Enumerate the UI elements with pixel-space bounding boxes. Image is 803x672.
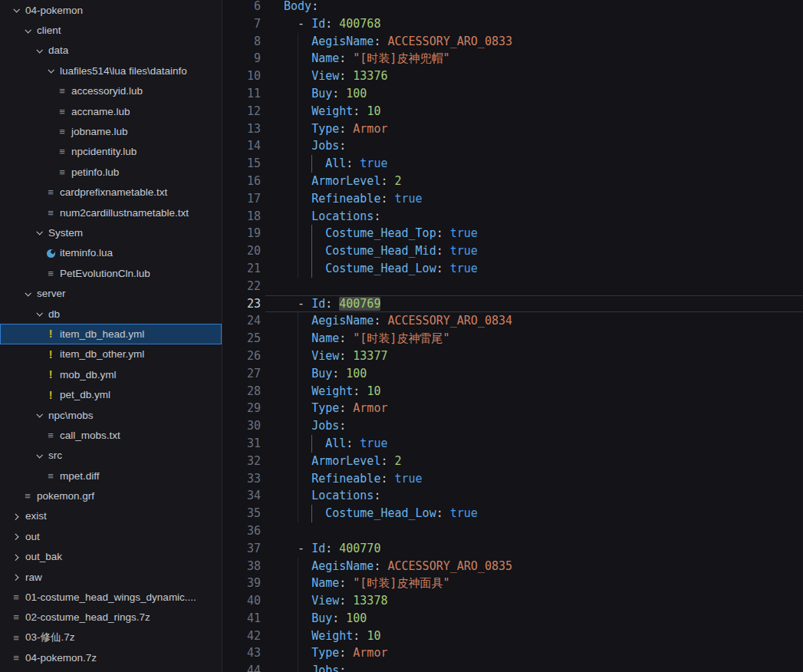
tree-item[interactable]: ≡petinfo.lub — [0, 162, 222, 182]
line-number[interactable]: 40 — [222, 592, 284, 610]
tree-item[interactable]: data — [0, 41, 222, 61]
tree-item[interactable]: ≡call_mobs.txt — [0, 425, 222, 445]
code-line[interactable]: 20 Costume_Head_Mid: true — [222, 242, 803, 260]
tree-item[interactable]: !item_db_other.yml — [0, 344, 222, 364]
code-line[interactable]: 18 Locations: — [222, 208, 803, 226]
line-number[interactable]: 20 — [222, 242, 284, 260]
line-number[interactable]: 17 — [222, 190, 284, 208]
tree-item[interactable]: ≡mpet.diff — [0, 466, 222, 486]
code-line[interactable]: 22 — [222, 278, 803, 295]
tree-item[interactable]: ≡accname.lub — [0, 101, 222, 121]
code-line[interactable]: 32 ArmorLevel: 2 — [222, 453, 803, 470]
line-number[interactable]: 27 — [222, 365, 284, 383]
line-number[interactable]: 34 — [222, 487, 284, 505]
tree-item[interactable]: luafiles514\lua files\datainfo — [0, 61, 222, 81]
code-line[interactable]: 9 Name: "[时装]皮神兜帽" — [222, 50, 803, 68]
code-line[interactable]: 12 Weight: 10 — [222, 103, 803, 120]
code-line[interactable]: 10 View: 13376 — [222, 68, 803, 85]
line-number[interactable]: 35 — [222, 505, 284, 522]
code-line[interactable]: 31 All: true — [222, 435, 803, 453]
tree-item[interactable]: out — [0, 526, 222, 546]
tree-item[interactable]: !pet_db.yml — [0, 384, 222, 404]
line-number[interactable]: 36 — [222, 522, 284, 540]
line-number[interactable]: 12 — [222, 103, 284, 120]
code-line[interactable]: 36 — [222, 522, 803, 540]
tree-item[interactable]: npc\mobs — [0, 405, 222, 425]
line-number[interactable]: 23 — [222, 295, 284, 313]
code-line[interactable]: 11 Buy: 100 — [222, 85, 803, 103]
line-number[interactable]: 18 — [222, 208, 284, 226]
line-number[interactable]: 25 — [222, 330, 284, 348]
tree-item[interactable]: client — [0, 20, 222, 40]
code-line[interactable]: 39 Name: "[时装]皮神面具" — [222, 575, 803, 592]
code-line[interactable]: 16 ArmorLevel: 2 — [222, 173, 803, 190]
code-line[interactable]: 19 Costume_Head_Top: true — [222, 225, 803, 242]
line-number[interactable]: 16 — [222, 173, 284, 190]
line-number[interactable]: 37 — [222, 540, 284, 558]
tree-item[interactable]: !mob_db.yml — [0, 364, 222, 384]
line-number[interactable]: 9 — [222, 50, 284, 68]
line-number[interactable]: 10 — [222, 68, 284, 85]
code-line[interactable]: 26 View: 13377 — [222, 348, 803, 365]
code-line[interactable]: 6Body: — [222, 0, 803, 15]
code-line[interactable]: 42 Weight: 10 — [222, 628, 803, 645]
code-line[interactable]: 29 Type: Armor — [222, 400, 803, 417]
tree-item[interactable]: ≡npcidentity.lub — [0, 142, 222, 162]
line-number[interactable]: 24 — [222, 312, 284, 330]
tree-item[interactable]: ≡jobname.lub — [0, 121, 222, 141]
code-line[interactable]: 8 AegisName: ACCESSORY_ARO_0833 — [222, 33, 803, 51]
code-line[interactable]: 38 AegisName: ACCESSORY_ARO_0835 — [222, 558, 803, 575]
code-line[interactable]: 28 Weight: 10 — [222, 383, 803, 400]
line-number[interactable]: 7 — [222, 15, 284, 33]
line-number[interactable]: 41 — [222, 610, 284, 628]
code-line[interactable]: 35 Costume_Head_Low: true — [222, 505, 803, 522]
line-number[interactable]: 38 — [222, 558, 284, 575]
tree-item[interactable]: ≡04-pokemon.7z — [0, 648, 222, 668]
code-line[interactable]: 33 Refineable: true — [222, 470, 803, 488]
code-line[interactable]: 24 AegisName: ACCESSORY_ARO_0834 — [222, 312, 803, 330]
tree-item[interactable]: db — [0, 304, 222, 324]
line-number[interactable]: 32 — [222, 453, 284, 470]
line-number[interactable]: 42 — [222, 628, 284, 645]
line-number[interactable]: 13 — [222, 120, 284, 138]
code-line[interactable]: 13 Type: Armor — [222, 120, 803, 138]
tree-item[interactable]: raw — [0, 567, 222, 587]
tree-item[interactable]: src — [0, 446, 222, 466]
line-number[interactable]: 11 — [222, 85, 284, 103]
line-number[interactable]: 43 — [222, 644, 284, 662]
line-number[interactable]: 31 — [222, 435, 284, 453]
line-number[interactable]: 8 — [222, 33, 284, 51]
code-line[interactable]: 41 Buy: 100 — [222, 610, 803, 628]
code-line[interactable]: 7 - Id: 400768 — [222, 15, 803, 33]
tree-item[interactable]: ≡cardprefixnametable.txt — [0, 183, 222, 203]
code-line[interactable]: 21 Costume_Head_Low: true — [222, 260, 803, 278]
code-line[interactable]: 40 View: 13378 — [222, 592, 803, 610]
line-number[interactable]: 33 — [222, 470, 284, 488]
code-line[interactable]: 43 Type: Armor — [222, 644, 803, 662]
tree-item[interactable]: iteminfo.lua — [0, 243, 222, 263]
code-line[interactable]: 17 Refineable: true — [222, 190, 803, 208]
line-number[interactable]: 21 — [222, 260, 284, 278]
line-number[interactable]: 19 — [222, 225, 284, 242]
tree-item[interactable]: out_bak — [0, 547, 222, 567]
line-number[interactable]: 14 — [222, 137, 284, 155]
tree-item[interactable]: exist — [0, 506, 222, 526]
tree-item[interactable]: System — [0, 222, 222, 242]
line-number[interactable]: 29 — [222, 400, 284, 417]
code-line[interactable]: 30 Jobs: — [222, 417, 803, 435]
tree-item[interactable]: ≡accessoryid.lub — [0, 81, 222, 101]
line-number[interactable]: 26 — [222, 348, 284, 365]
code-line[interactable]: 25 Name: "[时装]皮神雷尾" — [222, 330, 803, 348]
line-number[interactable]: 44 — [222, 662, 284, 672]
line-number[interactable]: 28 — [222, 383, 284, 400]
code-line[interactable]: 14 Jobs: — [222, 137, 803, 155]
tree-item[interactable]: ≡num2cardillustnametable.txt — [0, 203, 222, 222]
tree-item[interactable]: 04-pokemon — [0, 0, 222, 20]
tree-item[interactable]: !item_db_head.yml — [0, 324, 222, 344]
line-number[interactable]: 30 — [222, 417, 284, 435]
tree-item[interactable]: ≡pokemon.grf — [0, 486, 222, 506]
line-number[interactable]: 39 — [222, 575, 284, 592]
line-number[interactable]: 6 — [222, 0, 284, 15]
tree-item[interactable]: ≡01-costume_head_wings_dynamic.... — [0, 587, 222, 607]
code-line[interactable]: 34 Locations: — [222, 487, 803, 505]
